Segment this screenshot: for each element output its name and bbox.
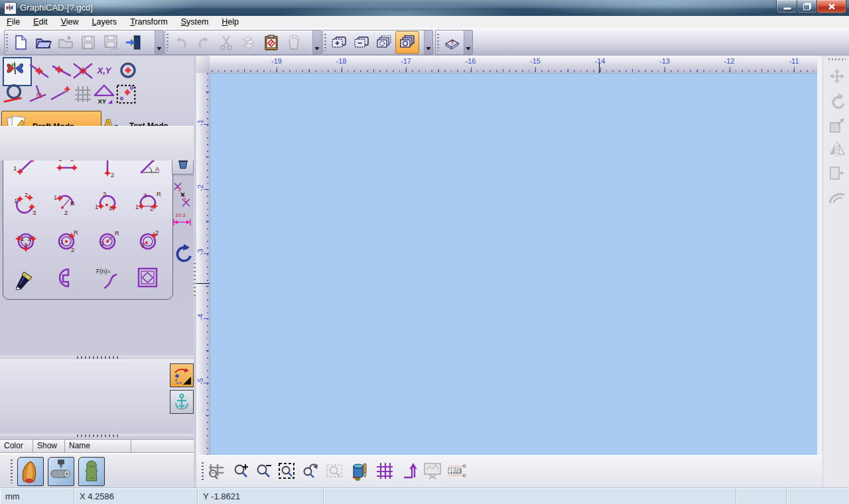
snap-perpendicular-tool[interactable] [27,82,49,106]
menu-view[interactable]: View [54,17,86,27]
rotate-arrow-icon [172,243,192,264]
open-add-button[interactable] [54,32,77,53]
rotate-button[interactable] [827,92,847,111]
menu-transform[interactable]: Transform [123,17,174,27]
menu-file[interactable]: File [0,17,27,27]
snap-center-tool[interactable] [117,58,139,82]
menu-help[interactable]: Help [215,17,245,27]
grid-snap-tool[interactable] [72,82,94,106]
fill-color-button[interactable] [349,460,370,482]
view-add-button[interactable] [328,32,350,53]
draft-tool-arc-radius[interactable]: 312R [131,186,165,220]
view-remove-button[interactable] [350,32,373,53]
draft-tool-function-curve[interactable]: F(n)= [90,261,125,294]
coordinates-tool[interactable]: X,Y [93,58,115,82]
move-button[interactable] [827,66,847,86]
toolbar-grip[interactable] [828,58,846,60]
mirror-button[interactable] [827,139,847,159]
menu-edit[interactable]: Edit [27,17,54,27]
monitor-icon [423,462,442,480]
ruler-minor-ticks [210,70,817,72]
snap-nearest-tool[interactable] [50,58,73,82]
paste-button[interactable] [260,32,283,53]
toolbar-grip[interactable] [11,460,13,483]
zoom-selection-button[interactable] [324,460,345,482]
triangle-xy-tool[interactable]: XY [93,82,115,106]
draft-tool-arc-start-center-end[interactable]: 312 [90,186,125,220]
view-stack-button[interactable] [395,31,419,54]
draft-tool-freehand-pen[interactable] [9,261,43,294]
selection-box-tool[interactable] [115,82,138,106]
draft-tool-contour[interactable] [49,261,84,294]
draft-tool-circle-3pt[interactable]: 123 [9,223,43,257]
zoom-in-button[interactable] [231,460,252,482]
snap-point-tool[interactable] [49,82,72,106]
horizontal-splitter[interactable] [0,434,194,438]
save-as-button[interactable] [99,32,122,53]
toolbar-overflow-chevron[interactable] [155,31,163,54]
bend-button[interactable] [827,187,847,207]
draft-tool-circle-center-point[interactable]: 12R [49,223,84,257]
bend-arc-icon [828,188,846,206]
horizontal-ruler: -19-18-17-16-15-14-13-12-11 [210,56,817,74]
draft-tool-arc-3pt[interactable]: 123 [9,186,43,220]
preview-button[interactable] [422,460,443,482]
column-name[interactable]: Name [65,440,131,452]
minimize-button[interactable] [776,0,798,13]
help-button[interactable]: ? [440,32,463,53]
draft-tool-circle-center-radius[interactable]: 1R [90,223,125,257]
grid-toggle-button[interactable] [374,460,395,482]
offset-button[interactable] [827,163,847,183]
zoom-previous-button[interactable] [300,460,321,482]
draft-tool-polygon[interactable] [131,261,165,294]
toolbar-grip[interactable] [437,34,439,51]
zoom-window-button[interactable] [276,460,297,482]
toolbar-grip[interactable] [166,34,168,51]
cut-button[interactable] [215,32,237,53]
draft-tool-circle-2pt[interactable]: 12 [131,223,165,257]
toolbar-overflow-chevron[interactable] [464,31,472,54]
restore-button[interactable] [797,0,818,13]
dimension-tool[interactable]: 10.3 [172,211,192,228]
svg-text:2: 2 [155,229,159,236]
open-button[interactable] [32,32,54,53]
draft-tool-arc-center-radius[interactable]: 1R2 [49,186,84,220]
toolbar-overflow-chevron[interactable] [424,31,432,54]
scale-button[interactable] [827,115,847,135]
column-color[interactable]: Color [0,440,33,452]
new-button[interactable] [9,32,32,53]
drawing-canvas[interactable] [210,73,817,456]
sculpt-output-button[interactable] [78,457,105,486]
view-outline-button[interactable] [373,32,395,53]
close-button[interactable] [816,0,846,13]
snap-intersection-tool[interactable] [72,58,94,82]
copy-button[interactable] [237,32,260,53]
menu-layers[interactable]: Layers [86,17,124,27]
svg-text:1: 1 [95,203,98,210]
snap-tangent-tool[interactable] [3,82,25,106]
save-button[interactable] [77,32,99,53]
exit-button[interactable] [122,32,145,53]
rotate-view-tool[interactable] [172,243,192,264]
pen-output-button[interactable] [17,457,44,486]
redraw-button[interactable] [399,460,421,482]
xy-label: X,Y [98,66,111,76]
menu-system[interactable]: System [174,17,216,27]
trim-intersect-tool[interactable] [172,182,192,208]
redo-button[interactable] [192,32,215,53]
zoom-fit-button[interactable] [206,460,227,482]
toolbar-overflow-chevron[interactable] [312,31,321,54]
toolbar-grip[interactable] [202,462,204,482]
anchor-button[interactable] [170,390,194,414]
toolbar-grip[interactable] [6,34,8,51]
undo-button[interactable] [170,32,192,53]
mill-output-button[interactable] [48,457,74,486]
path-order-button[interactable] [170,363,194,387]
delete-button[interactable] [283,32,305,53]
zoom-out-button[interactable] [253,460,275,482]
svg-text:1.023: 1.023 [450,469,461,473]
column-show[interactable]: Show [33,440,65,452]
scale-factor-button[interactable]: 1.023 [446,460,467,482]
toolbar-grip[interactable] [324,34,326,51]
snap-line-tool[interactable] [28,58,50,82]
